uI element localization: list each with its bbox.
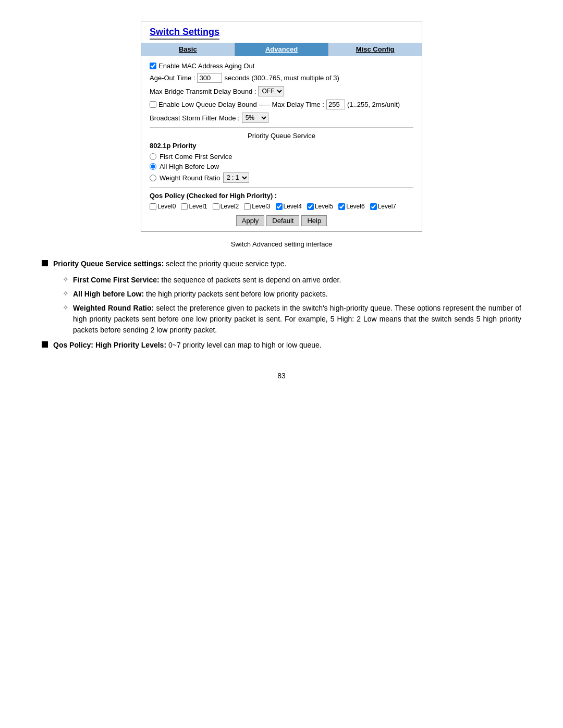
switch-settings-panel: Switch Settings Basic Advanced Misc Conf… bbox=[141, 21, 422, 232]
level5-checkbox[interactable] bbox=[307, 203, 314, 210]
sub2-bold: All High before Low: bbox=[73, 290, 144, 298]
mac-aging-checkbox-label[interactable]: Enable MAC Address Aging Out bbox=[150, 62, 254, 70]
level2-checkbox[interactable] bbox=[213, 203, 219, 210]
panel-title: Switch Settings bbox=[150, 27, 219, 40]
page-number: 83 bbox=[42, 372, 521, 380]
default-button[interactable]: Default bbox=[266, 215, 299, 226]
priority-queue-section-label: Priority Queue Service bbox=[150, 132, 413, 140]
level1-checkbox[interactable] bbox=[181, 203, 188, 210]
qos-policy-label: Qos Policy (Checked for High Priority) : bbox=[150, 192, 413, 200]
level3-label[interactable]: Level3 bbox=[244, 203, 270, 210]
bullet2-text: 0~7 priority level can map to high or lo… bbox=[166, 341, 322, 349]
sub3-bold: Weighted Round Ratio: bbox=[73, 304, 154, 312]
low-queue-checkbox-label[interactable]: Enable Low Queue Delay Bound ----- Max D… bbox=[150, 101, 324, 108]
low-queue-checkbox[interactable] bbox=[150, 101, 156, 108]
level7-checkbox[interactable] bbox=[370, 203, 377, 210]
level3-checkbox[interactable] bbox=[244, 203, 251, 210]
level6-label[interactable]: Level6 bbox=[338, 203, 364, 210]
broadcast-select[interactable]: 5% 10% 20% bbox=[242, 113, 268, 123]
bullet-priority-queue: Priority Queue Service settings: select … bbox=[42, 258, 521, 269]
radio-all-high: All High Before Low bbox=[150, 163, 413, 170]
level5-label[interactable]: Level5 bbox=[307, 203, 333, 210]
panel-body: Enable MAC Address Aging Out Age-Out Tim… bbox=[141, 56, 422, 231]
radio-all-high-input[interactable] bbox=[150, 163, 156, 170]
sub1-bold: First Come First Service: bbox=[73, 276, 160, 284]
level4-checkbox[interactable] bbox=[276, 203, 283, 210]
sub-bullet-all-high: ✧ All High before Low: the high priority… bbox=[63, 289, 521, 300]
qos-levels-row: Level0 Level1 Level2 Level3 Level4 Level… bbox=[150, 203, 413, 210]
bullet1-bold: Priority Queue Service settings: bbox=[53, 260, 164, 268]
tab-basic[interactable]: Basic bbox=[141, 43, 235, 56]
max-bridge-row: Max Bridge Transmit Delay Bound : OFF 1m… bbox=[150, 86, 413, 96]
max-delay-input[interactable] bbox=[326, 100, 345, 109]
level2-label[interactable]: Level2 bbox=[213, 203, 239, 210]
diamond-3: ✧ bbox=[63, 303, 69, 312]
diamond-2: ✧ bbox=[63, 289, 69, 298]
apply-button[interactable]: Apply bbox=[236, 215, 265, 226]
802-priority-label: 802.1p Priority bbox=[150, 142, 413, 150]
radio-first-come-input[interactable] bbox=[150, 153, 156, 160]
age-out-input[interactable] bbox=[197, 73, 222, 83]
tab-misc-config[interactable]: Misc Config bbox=[328, 43, 422, 56]
divider-2 bbox=[150, 187, 413, 188]
bullet-qos-policy: Qos Policy: High Priority Levels: 0~7 pr… bbox=[42, 340, 521, 351]
help-button[interactable]: Help bbox=[301, 215, 327, 226]
level1-label[interactable]: Level1 bbox=[181, 203, 207, 210]
bullet-square-1 bbox=[42, 260, 48, 266]
diamond-1: ✧ bbox=[63, 275, 69, 283]
level7-label[interactable]: Level7 bbox=[370, 203, 396, 210]
divider-1 bbox=[150, 127, 413, 128]
max-bridge-select[interactable]: OFF 1ms 2ms bbox=[258, 86, 284, 96]
weight-ratio-select[interactable]: 2 : 1 4 : 1 8 : 1 bbox=[223, 172, 249, 183]
sub-bullets: ✧ First Come First Service: the sequence… bbox=[63, 275, 521, 336]
bullet-square-2 bbox=[42, 341, 48, 348]
panel-caption: Switch Advanced setting interface bbox=[42, 240, 521, 248]
age-out-row: Age-Out Time : seconds (300..765, must m… bbox=[150, 73, 413, 83]
low-queue-row: Enable Low Queue Delay Bound ----- Max D… bbox=[150, 100, 413, 109]
mac-aging-row: Enable MAC Address Aging Out bbox=[150, 62, 413, 70]
sub2-text: the high priority packets sent before lo… bbox=[144, 290, 328, 298]
button-row: Apply Default Help bbox=[150, 215, 413, 226]
bullet2-bold: Qos Policy: High Priority Levels: bbox=[53, 341, 166, 349]
sub-bullet-first-come: ✧ First Come First Service: the sequence… bbox=[63, 275, 521, 286]
tab-bar: Basic Advanced Misc Config bbox=[141, 43, 422, 56]
mac-aging-checkbox[interactable] bbox=[150, 63, 156, 69]
sub-bullet-weighted: ✧ Weighted Round Ratio: select the prefe… bbox=[63, 303, 521, 336]
bullet1-text: select the priority queue service type. bbox=[164, 260, 286, 268]
body-section: Priority Queue Service settings: select … bbox=[42, 258, 521, 351]
radio-weight-input[interactable] bbox=[150, 175, 156, 181]
radio-weight-row: Weight Round Ratio 2 : 1 4 : 1 8 : 1 bbox=[150, 172, 413, 183]
broadcast-row: Broadcast Storm Filter Mode : 5% 10% 20% bbox=[150, 113, 413, 123]
sub1-text: the sequence of packets sent is depend o… bbox=[160, 276, 341, 284]
tab-advanced[interactable]: Advanced bbox=[235, 43, 329, 56]
level0-checkbox[interactable] bbox=[150, 203, 156, 210]
level4-label[interactable]: Level4 bbox=[276, 203, 302, 210]
level6-checkbox[interactable] bbox=[338, 203, 345, 210]
level0-label[interactable]: Level0 bbox=[150, 203, 176, 210]
radio-first-come: Fisrt Come First Service bbox=[150, 153, 413, 161]
